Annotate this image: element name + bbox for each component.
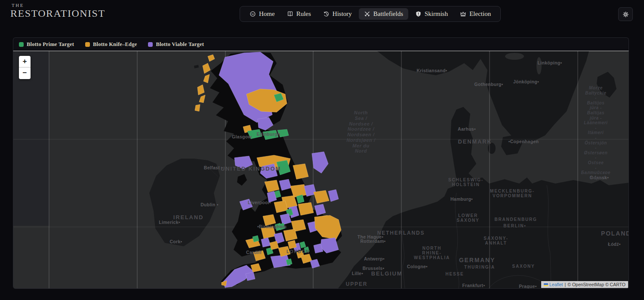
zoom-control: + −: [19, 56, 31, 79]
crown-icon: [460, 11, 466, 17]
zoom-out-button[interactable]: −: [19, 67, 31, 79]
nav-label: Skirmish: [425, 10, 448, 18]
shield-alert-icon: [415, 11, 422, 17]
svg-text:W: W: [251, 12, 254, 16]
attribution-credits: © OpenStreetMap © CARTO: [567, 282, 626, 287]
nav-item-rules[interactable]: Rules: [282, 8, 316, 20]
legend-label: Blotto Knife–Edge: [93, 41, 137, 48]
map-attribution: Leaflet | © OpenStreetMap © CARTO: [541, 281, 628, 288]
legend-swatch-knife-edge: [85, 42, 90, 47]
gear-icon: [622, 11, 629, 18]
nav-label: Home: [259, 10, 275, 18]
attribution-separator: |: [565, 282, 566, 287]
nav-label: History: [333, 10, 352, 18]
history-clock-icon: [323, 11, 330, 17]
page: The Restorationist W Home Rules History …: [0, 0, 644, 300]
nav-item-election[interactable]: Election: [455, 8, 496, 20]
header: The Restorationist W Home Rules History …: [0, 0, 644, 28]
map-canvas[interactable]: Kristiansand•Gothenburg•Jönköping•Linköp…: [13, 51, 629, 289]
map-legend: Blotto Prime Target Blotto Knife–Edge Bl…: [13, 37, 629, 51]
legend-swatch-viable: [148, 42, 153, 47]
brand-name: Restorationist: [10, 8, 105, 18]
brand-prefix: The: [12, 3, 105, 8]
nav-label: Rules: [296, 10, 311, 18]
legend-label: Blotto Prime Target: [27, 41, 74, 48]
nav-item-history[interactable]: History: [318, 8, 357, 20]
home-icon: W: [250, 11, 256, 17]
legend-item-viable: Blotto Viable Target: [148, 41, 204, 48]
legend-item-prime: Blotto Prime Target: [19, 41, 74, 48]
nav-item-home[interactable]: W Home: [244, 8, 280, 20]
isle-of-man: [237, 174, 247, 186]
nav-label: Election: [469, 10, 491, 18]
legend-swatch-prime: [19, 42, 24, 47]
ukraine-flag-icon: [544, 283, 548, 286]
settings-button[interactable]: [618, 7, 633, 21]
main-nav: W Home Rules History Battlefields Skirmi…: [240, 6, 501, 22]
nav-item-skirmish[interactable]: Skirmish: [410, 8, 453, 20]
nav-label: Battlefields: [373, 10, 403, 18]
crossed-swords-icon: [364, 11, 370, 17]
legend-label: Blotto Viable Target: [156, 41, 204, 48]
leaflet-link[interactable]: Leaflet: [544, 282, 563, 287]
nav-item-battlefields[interactable]: Battlefields: [359, 8, 408, 20]
battlefields-panel: Blotto Prime Target Blotto Knife–Edge Bl…: [13, 37, 629, 289]
brand-logo[interactable]: The Restorationist: [10, 3, 105, 18]
legend-item-knife-edge: Blotto Knife–Edge: [85, 41, 137, 48]
choropleth-svg: [13, 51, 629, 288]
book-icon: [287, 11, 293, 17]
zoom-in-button[interactable]: +: [19, 56, 31, 67]
